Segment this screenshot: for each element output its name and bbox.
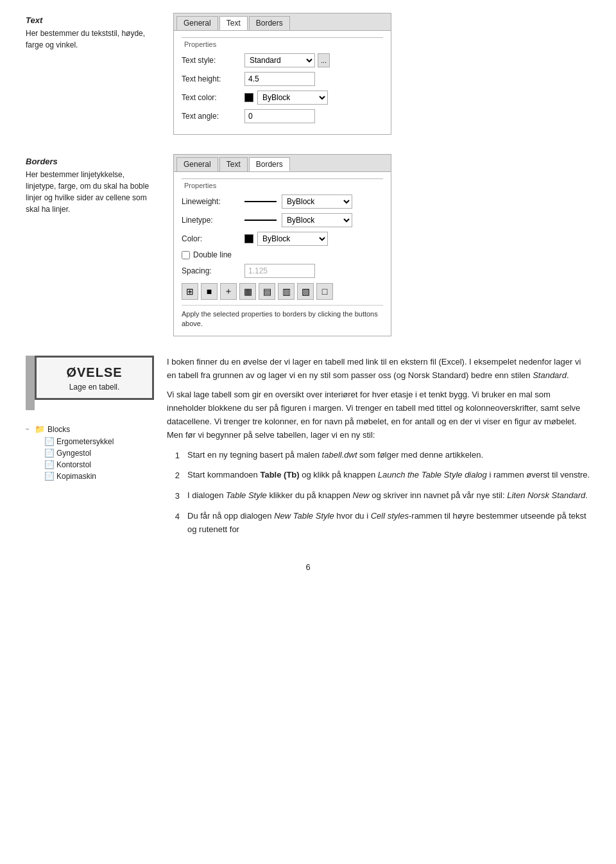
- text-dialog-content: Properties Text style: Standard ... Text…: [174, 31, 391, 134]
- exercise-subtitle: Lage en tabell.: [43, 383, 146, 392]
- text-description: Text Her bestemmer du tekststil, høyde, …: [26, 13, 154, 51]
- tree-item-2[interactable]: 📄 Kontorstol: [26, 459, 154, 471]
- list-item-3: 3 I dialogen Table Style klikker du på k…: [167, 489, 590, 503]
- text-color-swatch: [244, 93, 253, 102]
- tab-borders-text[interactable]: Borders: [249, 16, 290, 30]
- lineweight-swatch: [244, 201, 277, 202]
- borders-dialog: General Text Borders Properties Lineweig…: [173, 154, 391, 336]
- text-style-label: Text style:: [182, 56, 239, 65]
- text-color-field: ByBlock: [244, 91, 383, 105]
- border-btn-5[interactable]: ▤: [259, 283, 275, 300]
- tree-item-label-3: Kopimaskin: [56, 472, 96, 481]
- lineweight-row: Lineweight: ByBlock: [182, 194, 383, 209]
- tree-collapse-icon[interactable]: −: [26, 426, 32, 433]
- text-angle-input[interactable]: [244, 109, 315, 123]
- spacing-row: Spacing:: [182, 264, 383, 278]
- spacing-input[interactable]: [244, 264, 315, 278]
- double-line-checkbox[interactable]: [182, 251, 190, 259]
- list-text-4: Du får nå opp dialogen New Table Style h…: [187, 510, 590, 537]
- text-section: Text Her bestemmer du tekststil, høyde, …: [26, 13, 590, 135]
- text-height-label: Text height:: [182, 74, 239, 83]
- border-btn-6[interactable]: ▥: [278, 283, 295, 300]
- linetype-field: ByBlock: [244, 213, 383, 227]
- linetype-label: Linetype:: [182, 216, 239, 225]
- text-height-input[interactable]: [244, 72, 315, 86]
- border-btn-2[interactable]: ■: [201, 283, 218, 300]
- linetype-select[interactable]: ByBlock: [282, 213, 352, 227]
- borders-properties-label: Properties: [182, 178, 383, 189]
- tree-item-label-2: Kontorstol: [56, 460, 91, 469]
- text-title: Text: [26, 15, 154, 25]
- file-icon-0: 📄: [45, 437, 54, 446]
- body-list: 1 Start en ny tegning basert på malen ta…: [167, 449, 590, 537]
- border-color-select[interactable]: ByBlock: [257, 232, 328, 246]
- tab-general-text[interactable]: General: [176, 16, 218, 30]
- tree-item-label-1: Gyngestol: [56, 449, 91, 458]
- text-style-select[interactable]: Standard: [244, 53, 315, 67]
- list-item-4: 4 Du får nå opp dialogen New Table Style…: [167, 510, 590, 537]
- borders-desc-body: Her bestemmer linjetykkelse, linjetype, …: [26, 169, 154, 215]
- tree-item-3[interactable]: 📄 Kopimaskin: [26, 471, 154, 482]
- text-height-row: Text height:: [182, 72, 383, 86]
- text-style-field: Standard ...: [244, 53, 383, 67]
- text-color-select[interactable]: ByBlock: [257, 91, 328, 105]
- tree-item-label-0: Ergometersykkel: [56, 437, 114, 446]
- linetype-swatch: [244, 220, 277, 221]
- lineweight-label: Lineweight:: [182, 197, 239, 206]
- list-num-1: 1: [167, 449, 180, 463]
- text-angle-field: [244, 109, 383, 123]
- border-color-label: Color:: [182, 234, 239, 243]
- list-text-1: Start en ny tegning basert på malen tabe…: [187, 449, 590, 462]
- text-color-label: Text color:: [182, 93, 239, 102]
- lineweight-select[interactable]: ByBlock: [282, 194, 352, 209]
- tab-borders-borders[interactable]: Borders: [249, 157, 290, 171]
- borders-dialog-tabs: General Text Borders: [174, 155, 391, 172]
- body-para1: I boken finner du en øvelse der vi lager…: [167, 356, 590, 383]
- borders-title: Borders: [26, 157, 154, 166]
- tree-root[interactable]: − 📁 Blocks: [26, 423, 154, 436]
- list-text-2: Start kommandoen Table (Tb) og klikk på …: [187, 469, 590, 482]
- border-btn-4[interactable]: ▦: [239, 283, 256, 300]
- tab-text-text[interactable]: Text: [219, 16, 248, 30]
- text-properties-label: Properties: [182, 37, 383, 48]
- list-num-4: 4: [167, 510, 180, 524]
- border-color-swatch: [244, 234, 253, 243]
- border-color-row: Color: ByBlock: [182, 232, 383, 246]
- tree-root-label: Blocks: [47, 425, 70, 434]
- body-para2: Vi skal lage tabell som gir en oversikt …: [167, 388, 590, 442]
- border-btn-7[interactable]: ▧: [297, 283, 314, 300]
- list-text-3: I dialogen Table Style klikker du på kna…: [187, 489, 590, 503]
- list-num-2: 2: [167, 469, 180, 483]
- lineweight-field: ByBlock: [244, 194, 383, 209]
- text-dialog-tabs: General Text Borders: [174, 13, 391, 31]
- tree-item-0[interactable]: 📄 Ergometersykkel: [26, 436, 154, 447]
- text-color-row: Text color: ByBlock: [182, 91, 383, 105]
- border-color-field: ByBlock: [244, 232, 383, 246]
- border-buttons: ⊞ ■ ＋ ▦ ▤ ▥ ▧ □: [182, 283, 383, 300]
- double-line-label: Double line: [193, 250, 232, 259]
- left-panel: ØVELSE Lage en tabell. − 📁 Blocks 📄 Ergo…: [26, 356, 154, 543]
- tab-text-borders[interactable]: Text: [219, 157, 248, 171]
- list-item-2: 2 Start kommandoen Table (Tb) og klikk p…: [167, 469, 590, 483]
- list-num-3: 3: [167, 489, 180, 503]
- text-style-ellipsis-button[interactable]: ...: [318, 53, 330, 67]
- border-btn-8[interactable]: □: [316, 283, 333, 300]
- tab-general-borders[interactable]: General: [176, 157, 218, 171]
- list-item-1: 1 Start en ny tegning basert på malen ta…: [167, 449, 590, 463]
- spacing-field: [244, 264, 383, 278]
- file-icon-1: 📄: [45, 449, 54, 458]
- borders-section: Borders Her bestemmer linjetykkelse, lin…: [26, 154, 590, 336]
- spacing-label: Spacing:: [182, 266, 239, 275]
- border-btn-1[interactable]: ⊞: [182, 283, 198, 300]
- text-dialog: General Text Borders Properties Text sty…: [173, 13, 391, 135]
- border-btn-3[interactable]: ＋: [220, 283, 237, 300]
- grey-strip: [26, 356, 35, 410]
- double-line-row: Double line: [182, 250, 383, 259]
- text-angle-row: Text angle:: [182, 109, 383, 123]
- file-icon-3: 📄: [45, 472, 54, 481]
- linetype-row: Linetype: ByBlock: [182, 213, 383, 227]
- page-number: 6: [26, 562, 590, 572]
- tree-item-1[interactable]: 📄 Gyngestol: [26, 447, 154, 459]
- exercise-title: ØVELSE: [43, 365, 146, 380]
- tree-view: − 📁 Blocks 📄 Ergometersykkel 📄 Gyngestol…: [26, 423, 154, 482]
